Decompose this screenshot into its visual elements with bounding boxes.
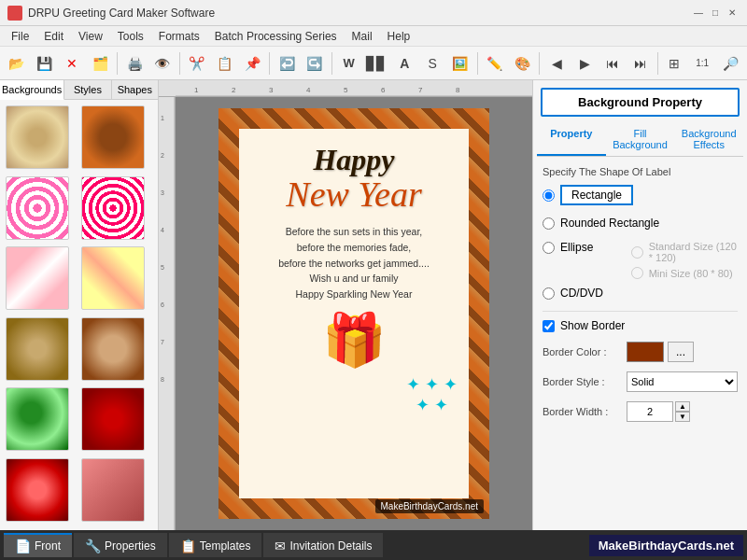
bottom-tab-front[interactable]: 📄 Front (4, 533, 72, 557)
tab-backgrounds[interactable]: Backgrounds (0, 80, 64, 100)
svg-text:3: 3 (269, 86, 274, 94)
card-happy-text: Happy (313, 143, 394, 177)
svg-text:2: 2 (232, 86, 236, 94)
tb-open[interactable]: 🗂️ (87, 50, 113, 77)
bg-thumb-9[interactable] (6, 387, 69, 451)
tb-zoom-11[interactable]: 1:1 (689, 50, 715, 77)
tab-bg-effects[interactable]: Background Effects (674, 124, 743, 156)
cddvd-radio[interactable] (543, 287, 555, 300)
main-area: Backgrounds Styles Shapes 1 2 3 (0, 80, 747, 530)
toolbar-separator-7 (657, 52, 658, 75)
border-width-input[interactable] (627, 401, 673, 422)
tb-last[interactable]: ⏭ (627, 50, 654, 77)
bg-thumb-7[interactable] (6, 317, 69, 381)
standard-size-label: Standard Size (120 * 120) (649, 241, 738, 263)
show-border-checkbox[interactable] (543, 320, 555, 332)
border-width-row: Border Width : ▲ ▼ (543, 401, 738, 422)
border-style-select[interactable]: Solid Dashed Dotted (627, 371, 738, 392)
canvas-area: 1 2 3 4 5 6 7 8 1 2 3 4 5 6 7 8 (159, 80, 532, 530)
bottom-tab-invitation[interactable]: ✉ Invitation Details (263, 533, 383, 557)
tb-color[interactable]: 🎨 (510, 50, 536, 77)
bg-thumb-5[interactable] (6, 246, 69, 310)
tb-paste[interactable]: 📌 (239, 50, 265, 77)
menu-edit[interactable]: Edit (36, 28, 71, 45)
tb-save[interactable]: 💾 (32, 50, 58, 77)
close-button[interactable]: ✕ (725, 6, 740, 21)
rectangle-radio[interactable] (543, 189, 555, 202)
tb-text[interactable]: W (336, 50, 362, 77)
bg-thumb-12[interactable] (81, 458, 145, 522)
tb-new[interactable]: 📂 (4, 50, 30, 77)
bottom-tab-templates[interactable]: 📋 Templates (169, 533, 262, 557)
tb-copy[interactable]: 📋 (212, 50, 238, 77)
templates-icon: 📋 (180, 539, 196, 553)
tb-barcode[interactable]: ▊▊ (364, 50, 390, 77)
properties-icon: 🔧 (85, 539, 101, 553)
toolbar-separator-2 (179, 52, 180, 75)
bg-thumb-2[interactable] (81, 105, 145, 169)
tb-grid[interactable]: ⊞ (662, 50, 688, 77)
menu-view[interactable]: View (71, 28, 110, 45)
menu-formats[interactable]: Formats (151, 28, 207, 45)
tb-image[interactable]: 🖼️ (447, 50, 473, 77)
border-color-row: Border Color : ... (543, 342, 738, 362)
tb-print[interactable]: 🖨️ (121, 50, 148, 77)
tab-property[interactable]: Property (537, 124, 606, 156)
card-stars-decoration: ✦ ✦ ✦ ✦ ✦ (406, 374, 458, 415)
divider-1 (543, 311, 738, 312)
toolbar-separator-6 (539, 52, 540, 75)
tb-arc[interactable]: S (419, 50, 445, 77)
tb-redo[interactable]: ↪️ (302, 50, 328, 77)
show-border-row: Show Border (543, 319, 738, 332)
standard-size-radio[interactable] (631, 246, 643, 259)
tab-fill-background[interactable]: Fill Background (606, 124, 675, 156)
tb-draw[interactable]: ✏️ (482, 50, 508, 77)
canvas-container: Happy New Year Before the sun sets in th… (176, 97, 532, 530)
ruler-top: 1 2 3 4 5 6 7 8 (159, 80, 532, 97)
shape-cddvd-option: CD/DVD (543, 287, 738, 300)
menu-batch[interactable]: Batch Processing Series (207, 28, 345, 45)
shape-section-label: Specify The Shape Of Label (543, 166, 738, 177)
tb-next[interactable]: ▶ (571, 50, 598, 77)
bg-thumb-6[interactable] (81, 246, 145, 310)
svg-text:1: 1 (194, 86, 199, 94)
menu-help[interactable]: Help (380, 28, 418, 45)
rectangle-label: Rectangle (560, 185, 633, 205)
card-gift-icon: 🎁 (322, 310, 387, 371)
ellipse-radio[interactable] (543, 242, 555, 254)
menu-file[interactable]: File (4, 28, 36, 45)
tab-styles[interactable]: Styles (64, 80, 111, 99)
minimize-button[interactable]: — (691, 6, 706, 21)
svg-text:6: 6 (381, 86, 386, 94)
bg-thumb-1[interactable] (6, 105, 69, 169)
rounded-rectangle-radio[interactable] (543, 217, 555, 230)
border-color-swatch[interactable] (627, 342, 664, 362)
bottom-tab-properties[interactable]: 🔧 Properties (74, 533, 167, 557)
svg-text:1: 1 (161, 115, 164, 121)
maximize-button[interactable]: □ (708, 6, 723, 21)
mini-size-radio[interactable] (631, 267, 643, 279)
bg-thumb-11[interactable] (6, 458, 69, 522)
menu-mail[interactable]: Mail (345, 28, 380, 45)
bg-thumb-4[interactable] (81, 176, 145, 240)
app-icon (7, 6, 22, 21)
tb-preview[interactable]: 👁️ (149, 50, 176, 77)
border-color-picker-button[interactable]: ... (668, 342, 694, 362)
tb-delete[interactable]: ✕ (60, 50, 86, 77)
tb-cut[interactable]: ✂️ (184, 50, 210, 77)
border-width-down[interactable]: ▼ (675, 412, 690, 422)
tb-prev[interactable]: ◀ (543, 50, 570, 77)
right-content-area: Specify The Shape Of Label Rectangle Rou… (533, 157, 747, 530)
tb-undo[interactable]: ↩️ (274, 50, 300, 77)
border-width-up[interactable]: ▲ (675, 401, 690, 412)
svg-text:2: 2 (161, 152, 164, 159)
tb-first[interactable]: ⏮ (599, 50, 626, 77)
bg-thumb-3[interactable] (6, 176, 69, 240)
tab-shapes[interactable]: Shapes (112, 80, 158, 99)
svg-text:5: 5 (344, 86, 348, 94)
tb-zoom-in[interactable]: 🔎 (717, 50, 743, 77)
bg-thumb-10[interactable] (81, 387, 145, 451)
bg-thumb-8[interactable] (81, 317, 145, 381)
tb-font-A[interactable]: A (391, 50, 417, 77)
menu-tools[interactable]: Tools (110, 28, 151, 45)
